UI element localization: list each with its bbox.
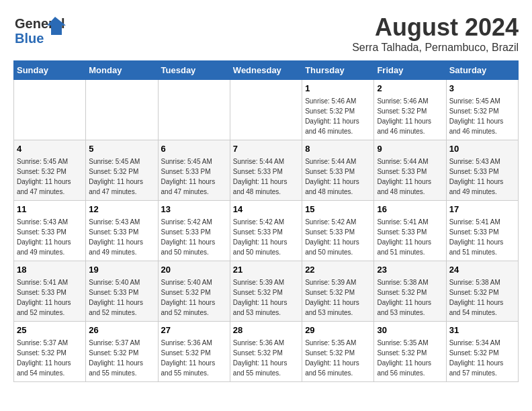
calendar-cell: 25Sunrise: 5:37 AM Sunset: 5:32 PM Dayli…	[14, 322, 86, 382]
calendar-cell: 27Sunrise: 5:36 AM Sunset: 5:32 PM Dayli…	[158, 322, 230, 382]
calendar-week-1: 1Sunrise: 5:46 AM Sunset: 5:32 PM Daylig…	[14, 80, 519, 140]
title-area: August 2024 Serra Talhada, Pernambuco, B…	[352, 13, 519, 54]
calendar-week-5: 25Sunrise: 5:37 AM Sunset: 5:32 PM Dayli…	[14, 322, 519, 382]
day-info: Sunrise: 5:35 AM Sunset: 5:32 PM Dayligh…	[305, 339, 359, 377]
day-number: 20	[161, 264, 227, 276]
svg-text:Blue: Blue	[15, 31, 44, 46]
calendar-cell: 2Sunrise: 5:46 AM Sunset: 5:32 PM Daylig…	[374, 80, 446, 140]
day-number: 1	[305, 83, 371, 95]
header: GeneralBlue August 2024 Serra Talhada, P…	[13, 13, 519, 54]
day-info: Sunrise: 5:41 AM Sunset: 5:33 PM Dayligh…	[17, 279, 71, 316]
page-title: August 2024	[352, 13, 519, 42]
day-number: 22	[305, 264, 371, 276]
calendar-cell: 12Sunrise: 5:43 AM Sunset: 5:33 PM Dayli…	[86, 201, 158, 261]
day-number: 7	[233, 143, 299, 155]
calendar-cell: 10Sunrise: 5:43 AM Sunset: 5:33 PM Dayli…	[446, 140, 518, 201]
day-info: Sunrise: 5:36 AM Sunset: 5:32 PM Dayligh…	[161, 339, 216, 377]
page-subtitle: Serra Talhada, Pernambuco, Brazil	[352, 42, 519, 54]
day-number: 2	[377, 83, 443, 95]
calendar-table: Sunday Monday Tuesday Wednesday Thursday…	[13, 60, 519, 382]
col-saturday: Saturday	[446, 61, 518, 80]
day-info: Sunrise: 5:39 AM Sunset: 5:32 PM Dayligh…	[233, 279, 287, 316]
day-number: 11	[17, 203, 83, 216]
calendar-cell: 14Sunrise: 5:42 AM Sunset: 5:33 PM Dayli…	[230, 201, 302, 261]
day-info: Sunrise: 5:42 AM Sunset: 5:33 PM Dayligh…	[233, 218, 287, 256]
calendar-week-4: 18Sunrise: 5:41 AM Sunset: 5:33 PM Dayli…	[14, 261, 519, 322]
calendar-cell: 22Sunrise: 5:39 AM Sunset: 5:32 PM Dayli…	[302, 261, 374, 322]
calendar-cell: 24Sunrise: 5:38 AM Sunset: 5:32 PM Dayli…	[446, 261, 518, 322]
calendar-cell: 28Sunrise: 5:36 AM Sunset: 5:32 PM Dayli…	[230, 322, 302, 382]
day-number: 31	[449, 324, 515, 336]
calendar-header-row: Sunday Monday Tuesday Wednesday Thursday…	[14, 61, 519, 80]
day-number: 9	[377, 143, 443, 155]
day-info: Sunrise: 5:43 AM Sunset: 5:33 PM Dayligh…	[89, 218, 143, 256]
day-number: 24	[449, 264, 515, 276]
calendar-cell: 13Sunrise: 5:42 AM Sunset: 5:33 PM Dayli…	[158, 201, 230, 261]
day-info: Sunrise: 5:40 AM Sunset: 5:32 PM Dayligh…	[161, 279, 216, 316]
calendar-cell: 8Sunrise: 5:44 AM Sunset: 5:33 PM Daylig…	[302, 140, 374, 201]
day-number: 4	[17, 143, 83, 155]
calendar-cell: 6Sunrise: 5:45 AM Sunset: 5:33 PM Daylig…	[158, 140, 230, 201]
calendar-cell: 5Sunrise: 5:45 AM Sunset: 5:32 PM Daylig…	[86, 140, 158, 201]
calendar-cell: 19Sunrise: 5:40 AM Sunset: 5:33 PM Dayli…	[86, 261, 158, 322]
day-number: 26	[89, 324, 154, 336]
day-info: Sunrise: 5:45 AM Sunset: 5:32 PM Dayligh…	[449, 97, 504, 135]
day-number: 15	[305, 203, 371, 216]
col-sunday: Sunday	[14, 61, 86, 80]
day-info: Sunrise: 5:42 AM Sunset: 5:33 PM Dayligh…	[161, 218, 216, 256]
day-number: 27	[161, 324, 227, 336]
day-number: 18	[17, 264, 83, 276]
day-number: 19	[89, 264, 154, 276]
calendar-week-3: 11Sunrise: 5:43 AM Sunset: 5:33 PM Dayli…	[14, 201, 519, 261]
calendar-cell: 15Sunrise: 5:42 AM Sunset: 5:33 PM Dayli…	[302, 201, 374, 261]
day-info: Sunrise: 5:43 AM Sunset: 5:33 PM Dayligh…	[449, 158, 504, 195]
calendar-cell: 7Sunrise: 5:44 AM Sunset: 5:33 PM Daylig…	[230, 140, 302, 201]
calendar-cell: 1Sunrise: 5:46 AM Sunset: 5:32 PM Daylig…	[302, 80, 374, 140]
calendar-cell	[158, 80, 230, 140]
calendar-cell: 18Sunrise: 5:41 AM Sunset: 5:33 PM Dayli…	[14, 261, 86, 322]
calendar-cell: 23Sunrise: 5:38 AM Sunset: 5:32 PM Dayli…	[374, 261, 446, 322]
calendar-cell: 21Sunrise: 5:39 AM Sunset: 5:32 PM Dayli…	[230, 261, 302, 322]
calendar-cell	[86, 80, 158, 140]
calendar-cell: 20Sunrise: 5:40 AM Sunset: 5:32 PM Dayli…	[158, 261, 230, 322]
day-info: Sunrise: 5:42 AM Sunset: 5:33 PM Dayligh…	[305, 218, 359, 256]
day-info: Sunrise: 5:39 AM Sunset: 5:32 PM Dayligh…	[305, 279, 359, 316]
calendar-cell: 16Sunrise: 5:41 AM Sunset: 5:33 PM Dayli…	[374, 201, 446, 261]
day-number: 21	[233, 264, 299, 276]
day-number: 30	[377, 324, 443, 336]
day-info: Sunrise: 5:45 AM Sunset: 5:33 PM Dayligh…	[161, 158, 216, 195]
calendar-cell: 17Sunrise: 5:41 AM Sunset: 5:33 PM Dayli…	[446, 201, 518, 261]
col-friday: Friday	[374, 61, 446, 80]
day-number: 23	[377, 264, 443, 276]
logo: GeneralBlue	[13, 13, 67, 47]
calendar-week-2: 4Sunrise: 5:45 AM Sunset: 5:32 PM Daylig…	[14, 140, 519, 201]
calendar-cell: 4Sunrise: 5:45 AM Sunset: 5:32 PM Daylig…	[14, 140, 86, 201]
day-number: 5	[89, 143, 154, 155]
day-number: 17	[449, 203, 515, 216]
day-info: Sunrise: 5:35 AM Sunset: 5:32 PM Dayligh…	[377, 339, 431, 377]
day-number: 25	[17, 324, 83, 336]
day-info: Sunrise: 5:46 AM Sunset: 5:32 PM Dayligh…	[305, 97, 359, 135]
day-info: Sunrise: 5:37 AM Sunset: 5:32 PM Dayligh…	[17, 339, 71, 377]
calendar-cell: 11Sunrise: 5:43 AM Sunset: 5:33 PM Dayli…	[14, 201, 86, 261]
day-number: 14	[233, 203, 299, 216]
day-number: 8	[305, 143, 371, 155]
day-info: Sunrise: 5:43 AM Sunset: 5:33 PM Dayligh…	[17, 218, 71, 256]
day-number: 10	[449, 143, 515, 155]
col-monday: Monday	[86, 61, 158, 80]
calendar-cell	[230, 80, 302, 140]
calendar-cell: 26Sunrise: 5:37 AM Sunset: 5:32 PM Dayli…	[86, 322, 158, 382]
day-number: 13	[161, 203, 227, 216]
day-info: Sunrise: 5:37 AM Sunset: 5:32 PM Dayligh…	[89, 339, 143, 377]
day-info: Sunrise: 5:41 AM Sunset: 5:33 PM Dayligh…	[377, 218, 431, 256]
day-info: Sunrise: 5:38 AM Sunset: 5:32 PM Dayligh…	[377, 279, 431, 316]
day-number: 28	[233, 324, 299, 336]
day-info: Sunrise: 5:40 AM Sunset: 5:33 PM Dayligh…	[89, 279, 143, 316]
day-info: Sunrise: 5:44 AM Sunset: 5:33 PM Dayligh…	[377, 158, 431, 195]
day-info: Sunrise: 5:44 AM Sunset: 5:33 PM Dayligh…	[305, 158, 359, 195]
day-info: Sunrise: 5:34 AM Sunset: 5:32 PM Dayligh…	[449, 339, 504, 377]
col-wednesday: Wednesday	[230, 61, 302, 80]
day-info: Sunrise: 5:41 AM Sunset: 5:33 PM Dayligh…	[449, 218, 504, 256]
day-info: Sunrise: 5:36 AM Sunset: 5:32 PM Dayligh…	[233, 339, 287, 377]
day-info: Sunrise: 5:38 AM Sunset: 5:32 PM Dayligh…	[449, 279, 504, 316]
